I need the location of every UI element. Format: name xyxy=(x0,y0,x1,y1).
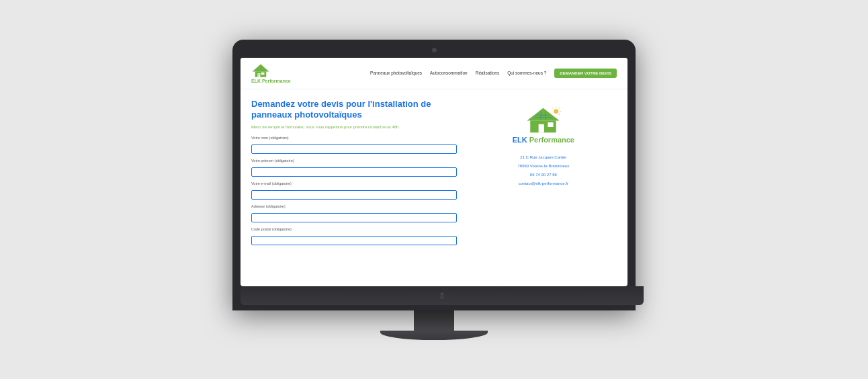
form-section: Demandez votre devis pour l'installation… xyxy=(251,99,457,251)
apple-logo-icon:  xyxy=(441,291,443,300)
monitor-chin:  xyxy=(241,286,644,305)
label-codepostal: Code postal (obligatoire) xyxy=(251,227,457,231)
address-line1: 21 C Rue Jacques Cartier xyxy=(517,153,569,162)
label-prenom: Votre prénom (obligatoire) xyxy=(251,159,457,163)
elk-logo-icon xyxy=(251,63,270,78)
input-codepostal[interactable] xyxy=(251,236,457,245)
label-nom: Votre nom (obligatoire) xyxy=(251,136,457,140)
email: contact@elk-performance.fr xyxy=(517,179,569,188)
elk-brand-elk: ELK xyxy=(513,136,529,144)
label-email: Votre e-mail (obligatoire) xyxy=(251,181,457,185)
monitor-screen: ELK Performance Panneaux photovoltaïques… xyxy=(241,58,627,286)
nav-link-whoare[interactable]: Qui sommes-nous ? xyxy=(507,71,546,75)
svg-rect-3 xyxy=(261,72,265,74)
input-email[interactable] xyxy=(251,190,457,200)
website: ELK Performance Panneaux photovoltaïques… xyxy=(241,58,627,286)
form-group-adresse: Adresse (obligatoire) xyxy=(251,204,457,222)
elk-logo-big: ELK Performance xyxy=(513,106,574,144)
svg-point-17 xyxy=(554,109,559,114)
logo-area: ELK Performance xyxy=(251,63,291,83)
input-nom[interactable] xyxy=(251,144,457,154)
input-prenom[interactable] xyxy=(251,167,457,177)
svg-rect-1 xyxy=(255,71,267,77)
address-line2: 78960 Voisins-le-Bretonneux xyxy=(517,162,569,171)
form-subtitle: Merci de remplir le formulaire, nous vou… xyxy=(251,125,457,129)
nav-cta-button[interactable]: DEMANDER VOTRE DEVIS xyxy=(554,69,617,78)
contact-info: 21 C Rue Jacques Cartier 78960 Voisins-l… xyxy=(517,153,569,189)
svg-rect-11 xyxy=(548,122,554,127)
monitor-stand-base xyxy=(380,331,488,340)
svg-line-21 xyxy=(559,114,560,114)
form-group-nom: Votre nom (obligatoire) xyxy=(251,136,457,154)
logo-text: ELK Performance xyxy=(251,79,291,83)
info-section: ELK Performance 21 C Rue Jacques Cartier… xyxy=(470,99,617,251)
nav-link-autoconsommation[interactable]: Autoconsommation xyxy=(430,71,468,75)
monitor-camera xyxy=(432,48,437,52)
nav-link-realisations[interactable]: Réalisations xyxy=(476,71,499,75)
site-header: ELK Performance Panneaux photovoltaïques… xyxy=(241,58,627,89)
input-adresse[interactable] xyxy=(251,213,457,222)
label-adresse: Adresse (obligatoire) xyxy=(251,204,457,208)
form-heading: Demandez votre devis pour l'installation… xyxy=(251,99,457,122)
nav-link-panneaux[interactable]: Panneaux photovoltaïques xyxy=(370,71,422,75)
site-main: Demandez votre devis pour l'installation… xyxy=(241,89,627,260)
form-group-codepostal: Code postal (obligatoire) xyxy=(251,227,457,245)
form-group-prenom: Votre prénom (obligatoire) xyxy=(251,159,457,177)
phone: 06 74 90 27 86 xyxy=(517,171,569,179)
monitor-body: ELK Performance Panneaux photovoltaïques… xyxy=(232,40,636,310)
svg-marker-0 xyxy=(253,64,269,71)
form-group-email: Votre e-mail (obligatoire) xyxy=(251,181,457,200)
monitor: ELK Performance Panneaux photovoltaïques… xyxy=(226,40,642,340)
svg-line-22 xyxy=(553,108,554,108)
nav-links: Panneaux photovoltaïques Autoconsommatio… xyxy=(370,69,617,78)
elk-brand-name: ELK Performance xyxy=(513,136,574,144)
elk-house-icon-big xyxy=(525,106,562,134)
svg-rect-10 xyxy=(539,124,544,132)
elk-brand-performance: Performance xyxy=(529,136,574,144)
svg-line-20 xyxy=(559,108,560,108)
monitor-stand-neck xyxy=(414,310,454,331)
